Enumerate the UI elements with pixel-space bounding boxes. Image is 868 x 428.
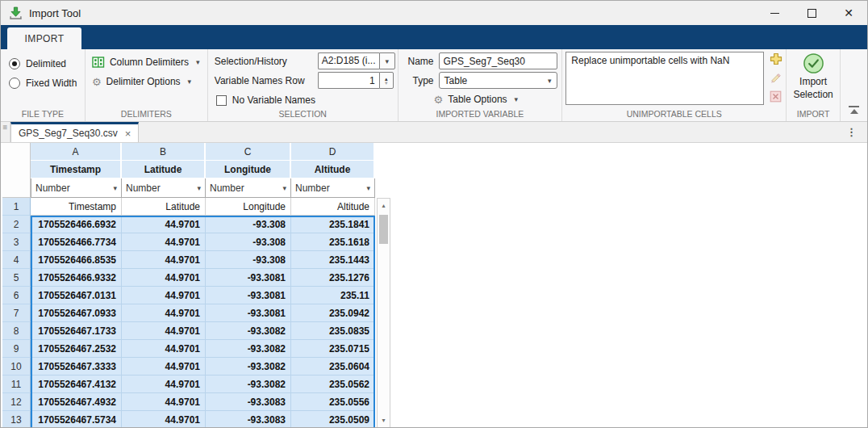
row-number[interactable]: 3 [2, 233, 31, 251]
tab-import[interactable]: IMPORT [7, 27, 81, 49]
cell[interactable]: -93.3081 [206, 287, 291, 304]
row-number[interactable]: 5 [2, 269, 31, 287]
tab-close-icon[interactable]: × [125, 128, 131, 139]
cell[interactable]: 1705526467.0933 [31, 304, 122, 322]
cell[interactable]: -93.308 [206, 233, 291, 251]
selection-history-combo[interactable]: A2:D185 (i... ▾ [318, 52, 395, 69]
delete-rule-button[interactable] [770, 90, 782, 103]
cell[interactable]: -93.308 [206, 251, 291, 269]
cell[interactable]: 1705526467.2532 [31, 340, 122, 358]
cell[interactable]: 44.9701 [122, 269, 206, 287]
row-number[interactable]: 7 [2, 304, 31, 322]
cell[interactable]: Timestamp [31, 198, 122, 216]
cell[interactable]: 1705526466.7734 [31, 233, 122, 251]
cell[interactable]: 44.9701 [122, 233, 206, 251]
column-delimiters-button[interactable]: Column Delimiters ▾ [92, 54, 200, 70]
column-type-dropdown[interactable]: Number▾ [31, 178, 122, 198]
cell[interactable]: 44.9701 [122, 287, 206, 304]
variable-name-input[interactable] [439, 52, 557, 69]
row-number[interactable]: 6 [2, 287, 31, 304]
column-type-dropdown[interactable]: Number▾ [122, 178, 206, 198]
cell[interactable]: 235.0835 [291, 322, 375, 340]
minimize-button[interactable] [756, 1, 793, 25]
edit-rule-button[interactable] [770, 72, 782, 84]
row-number[interactable]: 11 [2, 376, 31, 393]
cell[interactable]: 44.9701 [122, 304, 206, 322]
cell[interactable]: 1705526467.5734 [31, 411, 122, 428]
cell[interactable]: Latitude [122, 198, 206, 216]
tab-options-ellipsis-icon[interactable]: ⋮ [846, 126, 857, 138]
cell[interactable]: -93.3082 [206, 376, 291, 393]
cell[interactable]: 44.9701 [122, 216, 206, 233]
cell[interactable]: 44.9701 [122, 322, 206, 340]
cell[interactable]: 235.1841 [291, 216, 375, 233]
unimportable-rules-list[interactable]: Replace unimportable cells with NaN [565, 52, 764, 105]
cell[interactable]: 1705526467.4932 [31, 393, 122, 411]
cell[interactable]: -93.3083 [206, 411, 291, 428]
cell[interactable]: 235.0509 [291, 411, 375, 428]
cell[interactable]: 235.0715 [291, 340, 375, 358]
no-variable-names-checkbox[interactable]: No Variable Names [216, 93, 315, 107]
cell[interactable]: 1705526467.0131 [31, 287, 122, 304]
collapse-ribbon-button[interactable] [849, 106, 859, 115]
row-number[interactable]: 13 [2, 411, 31, 428]
column-letter-c[interactable]: C [206, 143, 291, 161]
cell[interactable]: 235.1276 [291, 269, 375, 287]
row-number[interactable]: 12 [2, 393, 31, 411]
cell[interactable]: 235.0556 [291, 393, 375, 411]
cell[interactable]: 235.1618 [291, 233, 375, 251]
cell[interactable]: 1705526467.3333 [31, 358, 122, 376]
row-number[interactable]: 9 [2, 340, 31, 358]
column-type-dropdown[interactable]: Number▾ [206, 178, 291, 198]
vertical-scrollbar[interactable]: ▴ ▾ [377, 198, 390, 428]
cell[interactable]: -93.3081 [206, 269, 291, 287]
import-selection-button[interactable]: Import Selection [787, 52, 840, 100]
cell[interactable]: 44.9701 [122, 393, 206, 411]
cell[interactable]: 1705526466.9332 [31, 269, 122, 287]
column-type-dropdown[interactable]: Number▾ [291, 178, 375, 198]
cell[interactable]: 44.9701 [122, 376, 206, 393]
cell[interactable]: Longitude [206, 198, 291, 216]
scroll-up-icon[interactable]: ▴ [378, 199, 390, 212]
radio-fixed-width[interactable]: Fixed Width [9, 75, 77, 91]
row-number[interactable]: 8 [2, 322, 31, 340]
cell[interactable]: 1705526467.1733 [31, 322, 122, 340]
row-number[interactable]: 4 [2, 251, 31, 269]
cell[interactable]: 235.0562 [291, 376, 375, 393]
maximize-button[interactable] [793, 1, 830, 25]
cell[interactable]: -93.3082 [206, 322, 291, 340]
cell[interactable]: 44.9701 [122, 251, 206, 269]
scroll-down-icon[interactable]: ▾ [378, 414, 390, 426]
add-rule-button[interactable] [770, 52, 782, 65]
column-letter-d[interactable]: D [291, 143, 375, 161]
cell[interactable]: 1705526467.4132 [31, 376, 122, 393]
drag-grip-icon[interactable]: ≡ [1, 122, 10, 142]
row-number[interactable]: 10 [2, 358, 31, 376]
column-letter-a[interactable]: A [31, 143, 122, 161]
variable-names-row-input[interactable] [318, 72, 379, 89]
document-tab-csv[interactable]: GPS_Seg7_Seq30.csv × [10, 122, 139, 142]
cell[interactable]: Altitude [291, 198, 375, 216]
selection-history-dropdown-button[interactable]: ▾ [379, 52, 395, 69]
spinner-buttons[interactable]: ▴ ▾ [379, 72, 394, 89]
selection-history-value[interactable]: A2:D185 (i... [318, 52, 379, 69]
cell[interactable]: -93.3082 [206, 358, 291, 376]
cell[interactable]: -93.3081 [206, 304, 291, 322]
table-options-button[interactable]: ⚙ Table Options ▾ [434, 91, 519, 107]
delimiter-options-button[interactable]: ⚙ Delimiter Options ▾ [92, 73, 191, 90]
cell[interactable]: 44.9701 [122, 340, 206, 358]
cell[interactable]: -93.3082 [206, 340, 291, 358]
close-button[interactable]: ✕ [830, 1, 867, 25]
column-letter-b[interactable]: B [122, 143, 206, 161]
cell[interactable]: 44.9701 [122, 411, 206, 428]
type-dropdown[interactable]: Table ▾ [439, 72, 557, 89]
cell[interactable]: 44.9701 [122, 358, 206, 376]
radio-delimited[interactable]: Delimited [9, 56, 66, 72]
cell[interactable]: 235.1443 [291, 251, 375, 269]
cell[interactable]: 1705526466.6932 [31, 216, 122, 233]
scrollbar-thumb[interactable] [379, 215, 388, 244]
cell[interactable]: 235.0942 [291, 304, 375, 322]
cell[interactable]: 1705526466.8535 [31, 251, 122, 269]
cell[interactable]: 235.11 [291, 287, 375, 304]
cell[interactable]: -93.3083 [206, 393, 291, 411]
